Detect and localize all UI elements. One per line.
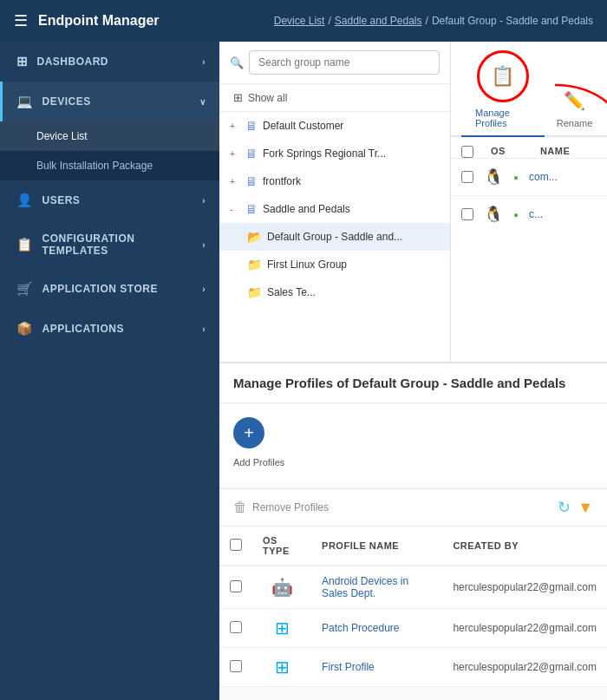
sidebar-label-users: USERS: [42, 194, 81, 206]
search-box: 🔍: [219, 42, 450, 84]
add-profile-label: Add Profiles: [233, 457, 284, 468]
top-bar: ☰ Endpoint Manager Device List / Saddle …: [0, 0, 607, 42]
breadcrumb-current: Default Group - Saddle and Pedals: [432, 15, 593, 27]
refresh-icon[interactable]: ↻: [558, 498, 571, 517]
name-col-header: NAME: [540, 146, 570, 158]
tree-item-default-group[interactable]: 📂 Default Group - Saddle and...: [219, 223, 450, 251]
trash-icon: 🗑: [233, 500, 247, 515]
folder-icon-2: 🖥: [245, 147, 258, 160]
row3-profile-link[interactable]: First Profile: [322, 661, 375, 673]
header-os-type: OS TYPE: [252, 527, 311, 566]
search-input[interactable]: [249, 50, 440, 75]
header-checkbox-cell: [219, 527, 252, 566]
row2-profile-name: Patch Procedure: [311, 609, 442, 648]
remove-profiles-button[interactable]: 🗑 Remove Profiles: [233, 500, 329, 515]
tree-item-fork-springs[interactable]: + 🖥 Fork Springs Regional Tr...: [219, 140, 450, 167]
row1-profile-checkbox[interactable]: [230, 580, 242, 592]
row2-created-by: herculespopular22@gmail.com: [442, 609, 607, 648]
right-panel: 📋 Manage Profiles ✏️ Rename OS NAME: [451, 42, 607, 362]
chevron-down-icon: ∨: [199, 97, 206, 107]
row2-profile-checkbox[interactable]: [230, 621, 242, 633]
row3-created-by: herculespopular22@gmail.com: [442, 648, 607, 687]
sidebar-label-applications: APPLICATIONS: [42, 323, 124, 335]
profiles-table-section: 🗑 Remove Profiles ↻ ▼ OS TYPE: [219, 488, 607, 687]
row1-name: com...: [529, 171, 558, 183]
row1-checkbox[interactable]: [461, 171, 473, 183]
tree-item-label-6: First Linux Group: [267, 258, 440, 271]
row2-checkbox[interactable]: [461, 208, 473, 220]
row1-dot: ●: [513, 173, 519, 182]
tab-rename[interactable]: ✏️ Rename: [545, 82, 605, 135]
tab-manage-profiles[interactable]: 📋 Manage Profiles: [461, 42, 545, 137]
folder-icon-7: 📁: [247, 285, 262, 299]
table-row: ⊞ Patch Procedure herculespopular22@gmai…: [219, 609, 607, 648]
sidebar-devices-submenu: Device List Bulk Installation Package: [0, 121, 219, 180]
sidebar: ⊞ DASHBOARD › 💻 DEVICES ∨ Device List Bu…: [0, 42, 219, 700]
add-profile-button[interactable]: +: [233, 417, 264, 448]
row-checkbox-cell-2: [219, 609, 252, 648]
expand-icon-4: -: [230, 205, 240, 214]
manage-profiles-circle: 📋: [477, 50, 529, 102]
hamburger-icon[interactable]: ☰: [14, 11, 28, 30]
row3-profile-checkbox[interactable]: [230, 660, 242, 672]
select-all-checkbox[interactable]: [230, 539, 242, 551]
header-profile-name: PROFILE NAME: [311, 527, 442, 566]
row2-profile-link[interactable]: Patch Procedure: [322, 622, 399, 634]
tab-rename-label: Rename: [557, 118, 593, 128]
sidebar-item-users[interactable]: 👤 USERS ›: [0, 180, 219, 220]
tabs-bar: 📋 Manage Profiles ✏️ Rename: [451, 42, 607, 137]
chevron-right-icon: ›: [202, 57, 206, 67]
select-all-checkbox-top[interactable]: [461, 146, 473, 158]
table-toolbar: 🗑 Remove Profiles ↻ ▼: [219, 489, 607, 527]
header-created-by: CREATED BY: [442, 527, 607, 566]
show-all-label: Show all: [248, 92, 287, 104]
folder-icon: 🖥: [245, 119, 258, 133]
dashboard-icon: ⊞: [16, 54, 29, 69]
chevron-right-icon-5: ›: [202, 324, 206, 334]
sidebar-item-config[interactable]: 📋 CONFIGURATION TEMPLATES ›: [0, 220, 219, 269]
sidebar-item-device-list[interactable]: Device List: [0, 121, 219, 151]
show-all-button[interactable]: ⊞ Show all: [219, 84, 450, 112]
linux-os-icon: 🐧: [484, 167, 503, 186]
devices-icon: 💻: [16, 94, 34, 109]
tab-manage-profiles-label: Manage Profiles: [475, 108, 531, 128]
row1-profile-link[interactable]: Android Devices in Sales Dept.: [322, 575, 408, 599]
row-checkbox-cell-3: [219, 648, 252, 687]
profiles-table: OS TYPE PROFILE NAME CREATED BY 🤖: [219, 527, 607, 687]
sidebar-item-dashboard[interactable]: ⊞ DASHBOARD ›: [0, 42, 219, 82]
tree-item-frontfork[interactable]: + 🖥 frontfork: [219, 167, 450, 195]
sidebar-item-appstore[interactable]: 🛒 APPLICATION STORE ›: [0, 269, 219, 309]
row2-dot: ●: [513, 210, 519, 219]
remove-label: Remove Profiles: [252, 501, 329, 514]
row3-os-icon: ⊞: [252, 648, 311, 687]
tree-item-sales[interactable]: 📁 Sales Te...: [219, 278, 450, 306]
sidebar-item-applications[interactable]: 📦 APPLICATIONS ›: [0, 309, 219, 349]
os-col-header: OS: [491, 146, 506, 158]
chevron-right-icon-4: ›: [202, 285, 206, 294]
filter-icon[interactable]: ▼: [578, 499, 593, 517]
row1-created-by: herculespopular22@gmail.com: [442, 566, 607, 609]
sidebar-item-devices[interactable]: 💻 DEVICES ∨: [0, 82, 219, 121]
sidebar-item-bulk-install[interactable]: Bulk Installation Package: [0, 151, 219, 180]
row2-name: c...: [529, 208, 543, 220]
group-panel: 🔍 ⊞ Show all + 🖥 Default Customer + 🖥 Fo…: [219, 42, 451, 362]
breadcrumb-device-list[interactable]: Device List: [274, 15, 325, 27]
folder-icon-5: 📂: [247, 230, 262, 244]
tree-item-saddle-pedals[interactable]: - 🖥 Saddle and Pedals: [219, 195, 450, 223]
folder-icon-3: 🖥: [245, 174, 258, 188]
expand-icon-2: +: [230, 149, 240, 159]
tree-item-default-customer[interactable]: + 🖥 Default Customer: [219, 112, 450, 140]
breadcrumb-saddle-pedals[interactable]: Saddle and Pedals: [335, 15, 422, 27]
tree-item-label: Default Customer: [263, 120, 440, 132]
grid-icon: ⊞: [233, 91, 243, 104]
expand-icon-3: +: [230, 177, 240, 186]
manage-profiles-title: Manage Profiles of Default Group - Saddl…: [219, 363, 607, 403]
sidebar-label-config: CONFIGURATION TEMPLATES: [42, 232, 203, 257]
breadcrumb: Device List / Saddle and Pedals / Defaul…: [274, 15, 593, 27]
search-icon: 🔍: [230, 56, 244, 69]
tree-item-label-7: Sales Te...: [267, 286, 440, 298]
row1-os-icon: 🤖: [252, 566, 311, 609]
manage-profiles-icon: 📋: [491, 65, 514, 88]
tree-item-first-linux[interactable]: 📁 First Linux Group: [219, 251, 450, 278]
sidebar-label-devices: DEVICES: [42, 95, 91, 108]
